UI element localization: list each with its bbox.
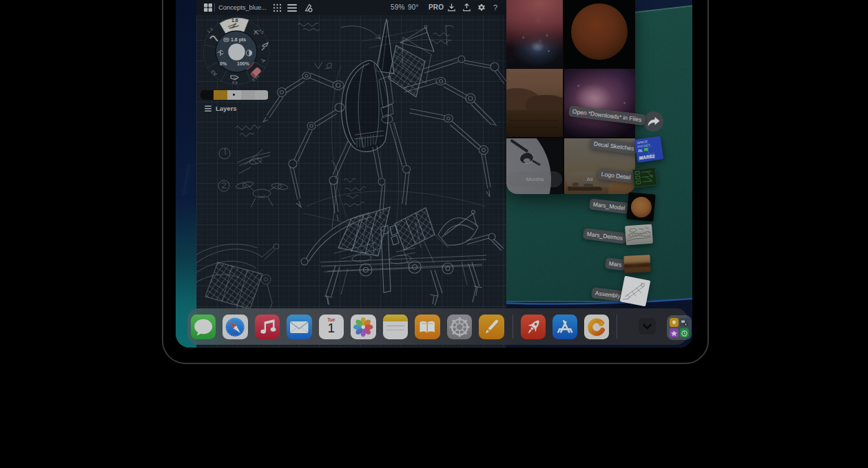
svg-text:100%: 100% <box>237 61 250 66</box>
svg-text:8.9: 8.9 <box>232 80 238 85</box>
svg-text:RL: RL <box>638 148 644 153</box>
svg-text:0%: 0% <box>220 61 227 66</box>
svg-text:1.6 pts: 1.6 pts <box>231 37 246 43</box>
svg-text:MARS2: MARS2 <box>639 153 655 160</box>
svg-text:ROCKET: ROCKET <box>637 143 650 149</box>
svg-text:1.6: 1.6 <box>231 18 238 23</box>
